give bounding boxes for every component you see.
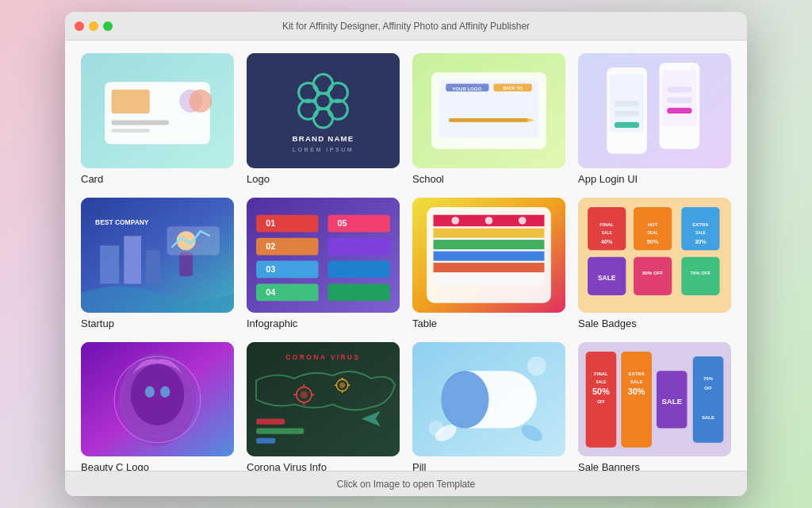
svg-text:SALE: SALE (630, 379, 643, 383)
svg-rect-32 (615, 122, 639, 128)
thumb-logo: BRAND NAME LOREM IPSUM (247, 53, 400, 168)
svg-text:SALE: SALE (598, 273, 616, 281)
item-school[interactable]: YOUR LOGO BACK TO SCHOOL School (412, 53, 565, 185)
thumb-table (412, 198, 565, 313)
svg-text:04: 04 (266, 287, 275, 297)
svg-rect-42 (146, 250, 160, 283)
svg-text:CORONA VIRUS: CORONA VIRUS (285, 352, 360, 360)
svg-rect-66 (434, 251, 545, 260)
item-card[interactable]: Card (81, 53, 234, 185)
svg-point-68 (451, 217, 459, 225)
svg-rect-27 (578, 53, 731, 168)
svg-rect-57 (328, 237, 390, 255)
svg-text:FINAL: FINAL (599, 222, 614, 227)
svg-text:BACK TO: BACK TO (503, 86, 523, 90)
item-infographic[interactable]: 01 02 03 04 05 Infog (247, 198, 400, 329)
svg-text:LOREM IPSUM: LOREM IPSUM (293, 146, 354, 153)
svg-text:SALE: SALE (596, 379, 607, 383)
svg-text:SCHOOL: SCHOOL (504, 91, 521, 95)
svg-point-94 (160, 386, 170, 397)
svg-point-119 (527, 356, 546, 375)
svg-text:SALE: SALE (661, 397, 682, 406)
svg-text:DEAL: DEAL (648, 231, 658, 235)
svg-rect-88 (681, 257, 719, 295)
svg-text:HOT: HOT (648, 222, 658, 227)
svg-point-70 (519, 217, 527, 225)
svg-point-100 (301, 391, 308, 398)
svg-point-120 (429, 420, 444, 435)
label-salebanners: Sale Banners (578, 461, 731, 471)
label-school: School (412, 173, 565, 185)
item-salebanners[interactable]: FINAL SALE 50% OFF EXTRA SALE 30% SALE (578, 342, 731, 471)
svg-rect-67 (434, 263, 545, 272)
label-infographic: Infographic (247, 318, 400, 329)
svg-rect-4 (112, 129, 150, 133)
item-beautylogo[interactable]: Beauty C Logo (81, 342, 234, 471)
svg-rect-35 (667, 87, 691, 92)
svg-rect-31 (615, 110, 639, 116)
svg-text:YOUR LOGO: YOUR LOGO (452, 87, 481, 91)
item-logo[interactable]: BRAND NAME LOREM IPSUM Logo (247, 53, 400, 185)
svg-rect-37 (667, 108, 691, 114)
svg-text:30%: 30% (695, 238, 707, 245)
thumb-infographic: 01 02 03 04 05 (247, 198, 400, 313)
svg-rect-112 (256, 428, 304, 433)
minimize-button[interactable] (89, 21, 98, 31)
label-coronavirus: Corona Virus Info (247, 461, 400, 471)
maximize-button[interactable] (103, 21, 113, 31)
item-startup[interactable]: BEST COMPANY Sta (81, 198, 234, 329)
label-startup: Startup (81, 318, 234, 329)
template-grid: Card (81, 53, 731, 471)
svg-rect-127 (621, 352, 652, 448)
svg-text:EXTRA: EXTRA (628, 371, 645, 376)
svg-rect-30 (615, 101, 639, 106)
svg-rect-133 (693, 356, 724, 443)
svg-rect-44 (179, 252, 193, 276)
statusbar: Click on Image to open Template (65, 471, 747, 496)
svg-text:50%: 50% (647, 238, 659, 245)
item-salebadges[interactable]: FINAL SALE 40% HOT DEAL 50% EXTRA SALE 3… (578, 198, 731, 329)
svg-rect-41 (124, 236, 141, 283)
content-area: Card (65, 40, 747, 471)
thumb-beautylogo (81, 342, 234, 457)
svg-rect-65 (434, 240, 545, 249)
svg-point-6 (189, 90, 212, 113)
window-title: Kit for Affinity Designer, Affinity Phot… (282, 21, 530, 32)
thumb-school: YOUR LOGO BACK TO SCHOOL (412, 53, 565, 168)
label-beautylogo: Beauty C Logo (81, 461, 234, 471)
svg-text:03: 03 (266, 264, 275, 274)
thumb-pill (412, 342, 565, 457)
thumb-salebanners: FINAL SALE 50% OFF EXTRA SALE 30% SALE (578, 342, 731, 457)
svg-rect-64 (434, 228, 545, 237)
item-table[interactable]: Table (412, 198, 565, 329)
thumb-coronavirus: CORONA VIRUS (247, 342, 400, 457)
svg-rect-113 (256, 437, 275, 443)
svg-text:05: 05 (338, 218, 347, 228)
titlebar: Kit for Affinity Designer, Affinity Phot… (65, 12, 747, 40)
svg-point-106 (339, 382, 345, 387)
svg-point-93 (145, 386, 155, 397)
label-pill: Pill (412, 461, 565, 471)
label-card: Card (81, 173, 234, 185)
svg-text:30%: 30% (628, 387, 645, 396)
svg-text:40%: 40% (601, 238, 613, 245)
svg-text:EXTRA: EXTRA (692, 222, 709, 227)
svg-text:OFF: OFF (704, 387, 712, 391)
svg-text:BRAND NAME: BRAND NAME (293, 134, 354, 143)
item-pill[interactable]: Pill (412, 342, 565, 471)
svg-text:OFF: OFF (597, 400, 605, 404)
item-applogin[interactable]: App Login UI (578, 53, 731, 185)
svg-rect-3 (112, 120, 169, 125)
statusbar-text: Click on Image to open Template (337, 479, 476, 490)
app-window: Kit for Affinity Designer, Affinity Phot… (65, 12, 747, 496)
svg-point-69 (485, 217, 493, 225)
svg-text:SALE: SALE (602, 231, 613, 235)
traffic-lights (75, 21, 113, 31)
svg-text:70% OFF: 70% OFF (691, 270, 711, 275)
svg-rect-36 (667, 97, 691, 102)
svg-text:SALE: SALE (695, 231, 707, 235)
svg-rect-59 (328, 283, 390, 301)
close-button[interactable] (75, 21, 84, 31)
label-logo: Logo (247, 173, 400, 185)
item-coronavirus[interactable]: CORONA VIRUS (247, 342, 400, 471)
